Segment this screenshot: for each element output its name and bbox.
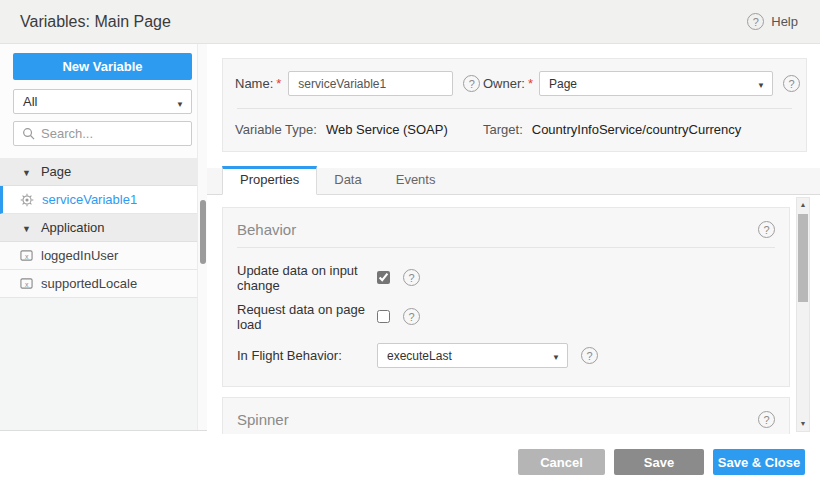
collapse-caret-icon bbox=[22, 220, 31, 235]
property-row: Request data on page load bbox=[237, 304, 775, 329]
svg-text:x: x bbox=[25, 281, 29, 288]
svg-text:x: x bbox=[25, 253, 29, 260]
inflight-behavior-value: executeLast bbox=[387, 349, 452, 363]
dialog-body: New Variable All Page bbox=[0, 44, 820, 437]
variables-dialog: Variables: Main Page Help New Variable A… bbox=[0, 0, 820, 487]
variables-sidebar: New Variable All Page bbox=[0, 44, 207, 431]
tree-item-servicevariable1[interactable]: serviceVariable1 bbox=[0, 186, 197, 214]
sidebar-scrollbar-thumb[interactable] bbox=[200, 200, 206, 264]
search-box bbox=[13, 121, 192, 146]
variable-type-value: Web Service (SOAP) bbox=[326, 122, 448, 137]
variable-summary-card: Name:* Owner:* Page bbox=[222, 58, 807, 152]
variable-filter-select[interactable]: All bbox=[13, 89, 192, 114]
detail-tabbar: Properties Data Events bbox=[207, 168, 820, 195]
owner-select[interactable]: Page bbox=[539, 71, 773, 96]
inflight-behavior-label: In Flight Behavior: bbox=[237, 348, 377, 363]
tab-properties[interactable]: Properties bbox=[222, 166, 317, 195]
tree-item-label: supportedLocale bbox=[41, 276, 137, 291]
request-onload-checkbox[interactable] bbox=[377, 310, 390, 323]
owner-label: Owner:* bbox=[483, 76, 533, 91]
required-marker: * bbox=[276, 76, 281, 91]
save-close-button[interactable]: Save & Close bbox=[713, 449, 805, 475]
scroll-up-icon[interactable] bbox=[797, 199, 809, 211]
help-button[interactable]: Help bbox=[747, 13, 798, 30]
search-icon bbox=[22, 127, 35, 140]
behavior-help-icon[interactable] bbox=[758, 221, 775, 238]
new-variable-button[interactable]: New Variable bbox=[13, 53, 192, 80]
request-onload-help-icon[interactable] bbox=[403, 308, 420, 325]
chevron-down-icon bbox=[552, 349, 560, 363]
scroll-down-icon[interactable] bbox=[797, 418, 809, 430]
tab-data[interactable]: Data bbox=[317, 167, 378, 194]
target-label: Target: bbox=[483, 122, 523, 137]
tree-item-loggedinuser[interactable]: x loggedInUser bbox=[0, 242, 197, 270]
web-service-icon bbox=[20, 193, 34, 207]
name-input[interactable] bbox=[288, 71, 453, 96]
behavior-section: Behavior Update data on input change Req… bbox=[222, 207, 790, 387]
content-scrollbar[interactable] bbox=[796, 197, 810, 432]
update-data-checkbox[interactable] bbox=[377, 271, 390, 284]
content-scrollbar-thumb[interactable] bbox=[798, 214, 808, 302]
tree-group-label: Application bbox=[41, 220, 105, 235]
cancel-button[interactable]: Cancel bbox=[518, 449, 605, 475]
static-variable-icon: x bbox=[20, 277, 33, 290]
variable-filter-value: All bbox=[23, 94, 37, 109]
chevron-down-icon bbox=[176, 94, 184, 109]
variable-type-label: Variable Type: bbox=[235, 122, 317, 137]
static-variable-icon: x bbox=[20, 249, 33, 262]
spinner-section: Spinner bbox=[222, 397, 790, 434]
sidebar-scrollbar[interactable] bbox=[197, 44, 207, 430]
inflight-behavior-help-icon[interactable] bbox=[581, 347, 598, 364]
tree-item-supportedlocale[interactable]: x supportedLocale bbox=[0, 270, 197, 298]
properties-panel: Behavior Update data on input change Req… bbox=[207, 195, 820, 434]
tree-group-application[interactable]: Application bbox=[0, 214, 197, 242]
help-icon bbox=[747, 13, 764, 30]
tree-item-label: serviceVariable1 bbox=[42, 192, 137, 207]
tab-events[interactable]: Events bbox=[379, 167, 453, 194]
dialog-footer: Cancel Save Save & Close bbox=[0, 437, 820, 487]
search-input[interactable] bbox=[41, 126, 183, 141]
owner-select-value: Page bbox=[549, 77, 577, 91]
inflight-behavior-select[interactable]: executeLast bbox=[377, 343, 568, 368]
tree-group-label: Page bbox=[41, 164, 71, 179]
spinner-help-icon[interactable] bbox=[758, 411, 775, 428]
page-title: Variables: Main Page bbox=[20, 13, 171, 31]
name-label: Name:* bbox=[235, 76, 281, 91]
tree-group-page[interactable]: Page bbox=[0, 158, 197, 186]
variables-tree: Page serviceVariable1 bbox=[0, 158, 197, 298]
spinner-section-title: Spinner bbox=[237, 411, 289, 428]
property-row: In Flight Behavior: executeLast bbox=[237, 343, 775, 368]
divider bbox=[237, 108, 792, 109]
collapse-caret-icon bbox=[22, 164, 31, 179]
help-label: Help bbox=[771, 14, 798, 29]
dialog-header: Variables: Main Page Help bbox=[0, 0, 820, 44]
owner-help-icon[interactable] bbox=[783, 75, 800, 92]
update-data-help-icon[interactable] bbox=[403, 269, 420, 286]
save-button[interactable]: Save bbox=[614, 449, 704, 475]
name-help-icon[interactable] bbox=[463, 75, 480, 92]
target-value: CountryInfoService/countryCurrency bbox=[532, 122, 742, 137]
update-data-label: Update data on input change bbox=[237, 263, 377, 293]
tree-item-label: loggedInUser bbox=[41, 248, 118, 263]
chevron-down-icon bbox=[757, 77, 765, 91]
required-marker: * bbox=[528, 76, 533, 91]
variable-detail-panel: Name:* Owner:* Page bbox=[207, 44, 820, 437]
behavior-section-title: Behavior bbox=[237, 221, 296, 238]
sidebar-filler bbox=[0, 298, 197, 430]
property-row: Update data on input change bbox=[237, 265, 775, 290]
request-onload-label: Request data on page load bbox=[237, 302, 377, 332]
